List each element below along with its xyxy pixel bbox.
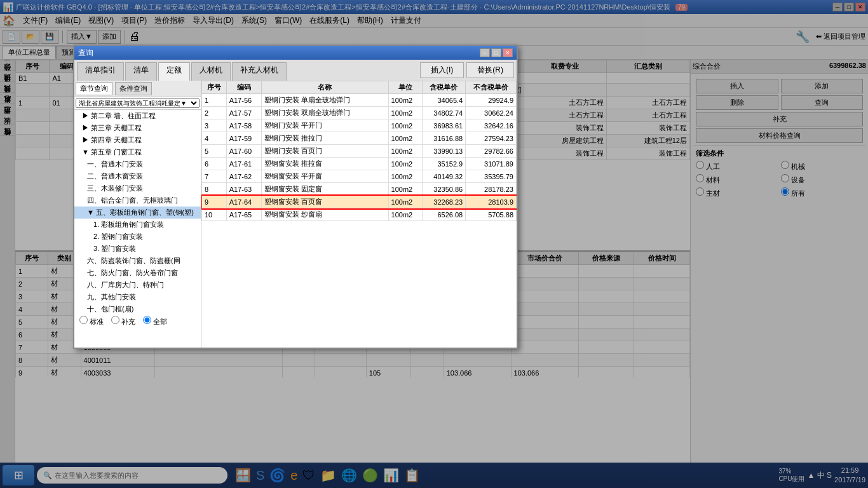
modal-cell-2-0: 3	[202, 119, 227, 132]
modal-row-6[interactable]: 7A17-62塑钢窗安装 平开窗100m240149.3235395.79	[202, 170, 517, 183]
tree-item-10[interactable]: 2. 塑钢门窗安装	[74, 231, 201, 243]
mh-notaxprice: 不含税单价	[466, 81, 517, 94]
modal-cell-0-3: 100m2	[388, 94, 422, 107]
modal-cell-7-3: 100m2	[388, 183, 422, 196]
modal-row-8[interactable]: 9A17-64塑钢窗安装 百页窗100m232268.2328103.9	[202, 196, 517, 208]
tree-item-11[interactable]: 3. 塑门窗安装	[74, 243, 201, 255]
quota-dropdown[interactable]: 湖北省房屋建筑与装饰工程消耗量定▼	[76, 98, 200, 108]
tree-item-5[interactable]: 二、普通木窗安装	[74, 170, 201, 182]
modal-cell-2-1: A17-58	[226, 119, 261, 132]
modal-cell-6-3: 100m2	[388, 170, 422, 183]
tree-item-13[interactable]: 七、防火门窗、防火卷帘门窗	[74, 267, 201, 279]
modal-cell-3-2: 塑钢门安装 推拉门	[262, 132, 388, 145]
tree-item-9[interactable]: 1. 彩板组角钢门窗安装	[74, 219, 201, 231]
modal-max-btn[interactable]: □	[491, 48, 501, 57]
modal-cell-4-5: 29782.66	[466, 145, 517, 158]
modal-cell-2-4: 36983.61	[422, 119, 465, 132]
query-modal: 查询 ─ □ ✕ 清单指引清单定额人材机补充人材机 插入(I) 替换(R) 章节…	[73, 44, 518, 349]
tree-item-7[interactable]: 四、铝合金门窗、无框玻璃门	[74, 194, 201, 207]
modal-cell-3-4: 31616.88	[422, 132, 465, 145]
modal-cell-8-0: 9	[202, 196, 227, 208]
modal-close-btn[interactable]: ✕	[503, 48, 513, 57]
modal-tab-1[interactable]: 清单	[125, 62, 157, 81]
modal-cell-0-4: 34065.4	[422, 94, 465, 107]
tree-item-14[interactable]: 八、厂库房大门、特种门	[74, 279, 201, 291]
modal-action-btns: 插入(I) 替换(R)	[420, 62, 514, 81]
modal-cell-8-5: 28103.9	[466, 196, 517, 208]
mh-seq: 序号	[202, 81, 227, 94]
tree-tab-chapter[interactable]: 章节查询	[76, 82, 112, 95]
modal-cell-1-4: 34802.74	[422, 107, 465, 119]
tree-item-1[interactable]: ▶ 第三章 天棚工程	[74, 122, 201, 134]
modal-cell-7-4: 32350.86	[422, 183, 465, 196]
tree-item-3[interactable]: ▼ 第五章 门窗工程	[74, 146, 201, 158]
modal-cell-9-1: A17-65	[226, 208, 261, 221]
modal-row-5[interactable]: 6A17-61塑钢窗安装 推拉窗100m235152.931071.89	[202, 158, 517, 170]
modal-radio-group: 标准 补充 全部	[74, 313, 201, 329]
modal-row-1[interactable]: 2A17-57塑钢门安装 双扇全玻地弹门100m234802.7430662.2…	[202, 107, 517, 119]
modal-tabs-items: 清单指引清单定额人材机补充人材机	[77, 62, 287, 81]
modal-title-bar: 查询 ─ □ ✕	[74, 46, 517, 60]
modal-min-btn[interactable]: ─	[480, 48, 490, 57]
modal-cell-8-3: 100m2	[388, 196, 422, 208]
modal-cell-9-2: 塑钢窗安装 纱窗扇	[262, 208, 388, 221]
tree-item-16[interactable]: 十、包门框(扇)	[74, 303, 201, 313]
mh-taxprice: 含税单价	[422, 81, 465, 94]
tree-item-0[interactable]: ▶ 第二章 墙、柱面工程	[74, 110, 201, 122]
modal-body: 章节查询 条件查询 湖北省房屋建筑与装饰工程消耗量定▼ ▶ 第二章 墙、柱面工程…	[74, 81, 517, 348]
modal-cell-1-5: 30662.24	[466, 107, 517, 119]
tree-item-6[interactable]: 三、木装修门安装	[74, 182, 201, 194]
modal-cell-5-0: 6	[202, 158, 227, 170]
modal-cell-6-0: 7	[202, 170, 227, 183]
modal-tabs: 清单指引清单定额人材机补充人材机 插入(I) 替换(R)	[74, 60, 517, 81]
modal-cell-5-2: 塑钢窗安装 推拉窗	[262, 158, 388, 170]
modal-row-0[interactable]: 1A17-56塑钢门安装 单扇全玻地弹门100m234065.429924.9	[202, 94, 517, 107]
modal-tab-0[interactable]: 清单指引	[77, 62, 124, 81]
modal-title-btns: ─ □ ✕	[480, 48, 513, 57]
mh-unit: 单位	[388, 81, 422, 94]
modal-cell-4-2: 塑钢门安装 百页门	[262, 145, 388, 158]
modal-cell-1-0: 2	[202, 107, 227, 119]
modal-cell-4-3: 100m2	[388, 145, 422, 158]
tree-item-4[interactable]: 一、普通木门安装	[74, 158, 201, 170]
modal-cell-4-4: 33990.13	[422, 145, 465, 158]
modal-row-7[interactable]: 8A17-63塑钢窗安装 固定窗100m232350.8628178.23	[202, 183, 517, 196]
modal-row-2[interactable]: 3A17-58塑钢门安装 平开门100m236983.6132642.16	[202, 119, 517, 132]
modal-cell-7-1: A17-63	[226, 183, 261, 196]
modal-row-9[interactable]: 10A17-65塑钢窗安装 纱窗扇100m26526.085705.88	[202, 208, 517, 221]
insert-modal-btn[interactable]: 插入(I)	[420, 62, 464, 78]
modal-cell-7-0: 8	[202, 183, 227, 196]
modal-tab-2[interactable]: 定额	[158, 62, 190, 81]
modal-row-4[interactable]: 5A17-60塑钢门安装 百页门100m233990.1329782.66	[202, 145, 517, 158]
modal-cell-0-5: 29924.9	[466, 94, 517, 107]
modal-tree: ▶ 第二章 墙、柱面工程▶ 第三章 天棚工程▶ 第四章 天棚工程▼ 第五章 门窗…	[74, 110, 201, 313]
radio-all[interactable]: 全部	[143, 316, 167, 327]
modal-cell-2-2: 塑钢门安装 平开门	[262, 119, 388, 132]
tree-item-8[interactable]: ▼ 五、彩板组角钢门窗、塑(钢(塑)	[74, 207, 201, 219]
modal-tree-panel: 章节查询 条件查询 湖北省房屋建筑与装饰工程消耗量定▼ ▶ 第二章 墙、柱面工程…	[74, 81, 201, 348]
modal-tree-header: 章节查询 条件查询	[74, 81, 201, 97]
modal-tab-3[interactable]: 人材机	[191, 62, 231, 81]
modal-cell-8-1: A17-64	[226, 196, 261, 208]
modal-cell-9-3: 100m2	[388, 208, 422, 221]
modal-title: 查询	[78, 48, 93, 58]
modal-cell-5-4: 35152.9	[422, 158, 465, 170]
tree-item-15[interactable]: 九、其他门安装	[74, 291, 201, 303]
mh-name: 名称	[262, 81, 388, 94]
tree-item-2[interactable]: ▶ 第四章 天棚工程	[74, 134, 201, 146]
modal-cell-3-0: 4	[202, 132, 227, 145]
modal-cell-4-1: A17-60	[226, 145, 261, 158]
tree-tab-condition[interactable]: 条件查询	[115, 82, 152, 95]
modal-cell-9-0: 10	[202, 208, 227, 221]
radio-supplement[interactable]: 补充	[111, 316, 135, 327]
tree-item-12[interactable]: 六、防盗装饰门窗、防盗栅(网	[74, 255, 201, 267]
replace-modal-btn[interactable]: 替换(R)	[466, 62, 514, 78]
modal-cell-5-1: A17-61	[226, 158, 261, 170]
modal-cell-6-4: 40149.32	[422, 170, 465, 183]
radio-standard[interactable]: 标准	[79, 316, 104, 327]
modal-tab-4[interactable]: 补充人材机	[232, 62, 287, 81]
modal-cell-0-0: 1	[202, 94, 227, 107]
modal-row-3[interactable]: 4A17-59塑钢门安装 推拉门100m231616.8827594.23	[202, 132, 517, 145]
modal-table-body: 1A17-56塑钢门安装 单扇全玻地弹门100m234065.429924.92…	[202, 94, 517, 221]
modal-cell-1-2: 塑钢门安装 双扇全玻地弹门	[262, 107, 388, 119]
